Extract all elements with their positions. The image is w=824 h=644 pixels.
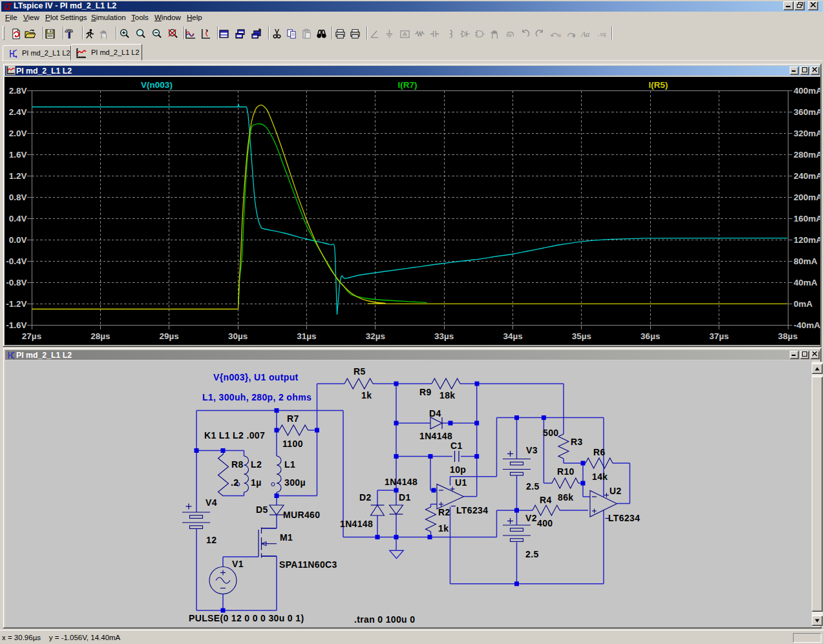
svg-text:1k: 1k xyxy=(438,523,449,534)
svg-text:2.8V: 2.8V xyxy=(8,86,26,96)
svg-text:27µs: 27µs xyxy=(21,331,41,341)
svg-text:14k: 14k xyxy=(592,472,607,482)
svg-text:-0.8V: -0.8V xyxy=(6,278,26,287)
svg-text:MUR460: MUR460 xyxy=(283,510,320,520)
svg-text:R6: R6 xyxy=(593,447,606,457)
svg-text:18k: 18k xyxy=(439,390,455,400)
svg-text:320mA: 320mA xyxy=(794,129,820,138)
svg-text:28µs: 28µs xyxy=(90,331,110,341)
svg-text:I(R7): I(R7) xyxy=(397,80,417,90)
svg-text:SPA11N60C3: SPA11N60C3 xyxy=(279,559,337,570)
svg-text:500: 500 xyxy=(543,428,558,438)
svg-text:2.4V: 2.4V xyxy=(8,107,26,117)
svg-text:m: m xyxy=(558,32,561,39)
svg-text:Aa: Aa xyxy=(580,30,590,39)
svg-text:86k: 86k xyxy=(558,492,573,503)
svg-text:R7: R7 xyxy=(287,413,299,424)
svg-text:A: A xyxy=(403,30,407,37)
svg-text:31µs: 31µs xyxy=(297,331,316,341)
svg-text:30µs: 30µs xyxy=(227,331,247,341)
svg-text:-40mA: -40mA xyxy=(794,320,820,330)
svg-text:R5: R5 xyxy=(354,366,366,377)
svg-text:V3: V3 xyxy=(526,445,538,455)
svg-text:1N4148: 1N4148 xyxy=(340,519,373,529)
svg-text:1.2V: 1.2V xyxy=(8,171,26,181)
svg-text:37µs: 37µs xyxy=(709,331,728,341)
svg-text:1.6V: 1.6V xyxy=(8,150,26,160)
svg-text:L1, 300uh, 280p, 2 ohms: L1, 300uh, 280p, 2 ohms xyxy=(202,392,312,402)
svg-text:.op: .op xyxy=(596,31,606,38)
svg-text:D5: D5 xyxy=(256,504,268,515)
svg-text:80mA: 80mA xyxy=(794,256,818,266)
svg-text:R2: R2 xyxy=(438,507,450,517)
svg-text:V1: V1 xyxy=(232,559,244,569)
svg-text:LT6234: LT6234 xyxy=(456,505,488,515)
svg-text:V(n003): V(n003) xyxy=(141,80,173,90)
svg-text:R10: R10 xyxy=(557,466,575,477)
svg-text:V{n003}, U1 output: V{n003}, U1 output xyxy=(213,372,299,382)
svg-text:34µs: 34µs xyxy=(503,331,522,341)
svg-text:D1: D1 xyxy=(399,492,411,503)
svg-text:0.4V: 0.4V xyxy=(8,214,26,223)
svg-text:LT6234: LT6234 xyxy=(608,513,640,523)
svg-text:M1: M1 xyxy=(280,532,293,543)
svg-text:240mA: 240mA xyxy=(794,171,820,181)
svg-text:-1.2V: -1.2V xyxy=(6,299,26,309)
svg-text:2.0V: 2.0V xyxy=(8,129,26,138)
svg-text:400: 400 xyxy=(537,518,553,528)
svg-text:1100: 1100 xyxy=(282,439,303,449)
svg-text:36µs: 36µs xyxy=(640,331,660,341)
svg-text:29µs: 29µs xyxy=(159,331,178,341)
svg-text:D2: D2 xyxy=(359,492,372,503)
svg-text:U1: U1 xyxy=(455,477,467,488)
svg-text:C1: C1 xyxy=(450,441,463,451)
svg-text:2.5: 2.5 xyxy=(525,549,539,559)
svg-text:L2: L2 xyxy=(251,459,262,470)
svg-text:-1.6V: -1.6V xyxy=(6,320,26,330)
svg-text:300µ: 300µ xyxy=(284,477,306,488)
svg-text:R9: R9 xyxy=(419,387,432,397)
svg-text:40mA: 40mA xyxy=(794,278,818,287)
svg-text:38µs: 38µs xyxy=(777,331,797,341)
svg-text:160mA: 160mA xyxy=(794,214,820,223)
svg-text:.2: .2 xyxy=(231,477,238,488)
svg-text:R3: R3 xyxy=(571,437,583,447)
svg-text:-0.4V: -0.4V xyxy=(6,256,26,266)
svg-text:10p: 10p xyxy=(450,464,466,475)
svg-text:3: 3 xyxy=(572,32,575,39)
svg-text:PULSE(0 12 0 0 0 30u 0 1): PULSE(0 12 0 0 0 30u 0 1) xyxy=(189,613,304,623)
svg-text:I(R5): I(R5) xyxy=(648,80,668,90)
svg-text:200mA: 200mA xyxy=(794,192,820,202)
svg-text:1µ: 1µ xyxy=(251,477,262,488)
svg-text:0mA: 0mA xyxy=(794,299,813,309)
svg-text:400mA: 400mA xyxy=(794,86,820,96)
svg-text:360mA: 360mA xyxy=(794,107,820,117)
svg-text:35µs: 35µs xyxy=(571,331,591,341)
svg-text:.tran 0 100u 0: .tran 0 100u 0 xyxy=(354,614,415,625)
svg-text:1N4148: 1N4148 xyxy=(385,477,417,487)
svg-text:L1: L1 xyxy=(284,459,295,470)
svg-text:12: 12 xyxy=(206,535,217,545)
svg-text:D4: D4 xyxy=(429,408,441,419)
svg-text:2.5: 2.5 xyxy=(526,481,540,492)
svg-text:1N4148: 1N4148 xyxy=(419,431,452,441)
svg-text:33µs: 33µs xyxy=(434,331,454,341)
svg-text:120mA: 120mA xyxy=(794,235,820,245)
svg-text:1k: 1k xyxy=(361,390,372,400)
svg-text:0.0V: 0.0V xyxy=(8,235,26,245)
svg-text:K1 L1 L2 .007: K1 L1 L2 .007 xyxy=(204,430,265,441)
svg-text:R4: R4 xyxy=(540,495,552,505)
svg-text:32µs: 32µs xyxy=(365,331,385,341)
svg-text:U2: U2 xyxy=(609,486,622,496)
svg-text:280mA: 280mA xyxy=(794,150,820,160)
svg-text:0.8V: 0.8V xyxy=(8,192,26,202)
svg-text:V4: V4 xyxy=(206,497,217,508)
svg-text:V2: V2 xyxy=(525,513,537,523)
svg-text:R8: R8 xyxy=(231,459,244,470)
